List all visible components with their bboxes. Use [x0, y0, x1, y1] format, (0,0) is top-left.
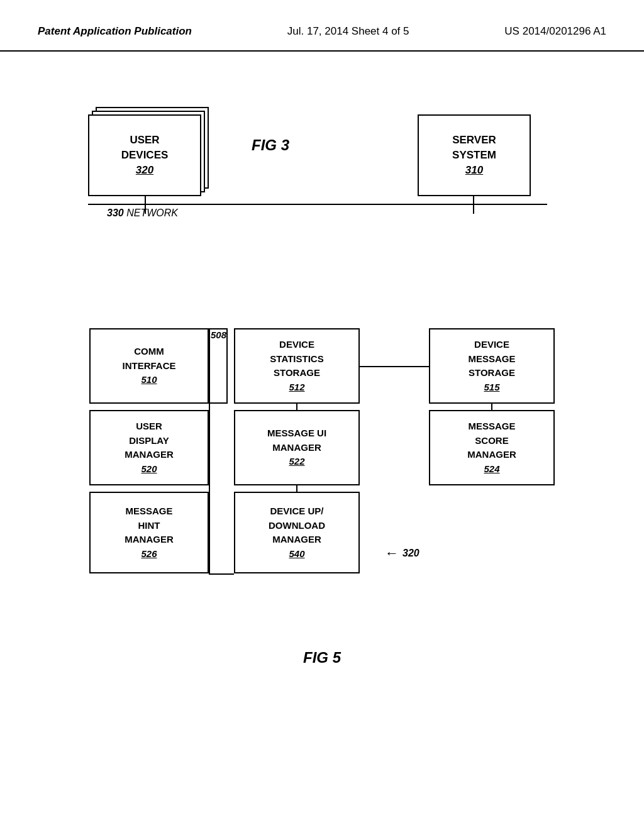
fig3-label: FIG 3	[252, 136, 289, 154]
header-center: Jul. 17, 2014 Sheet 4 of 5	[287, 25, 409, 38]
message-ui-box: MESSAGE UIMANAGER 522	[234, 410, 360, 485]
device-stats-title: DEVICESTATISTICSSTORAGE	[270, 338, 323, 380]
server-system-title: SERVERSYSTEM	[452, 133, 496, 163]
main-content: USERDEVICES 320 FIG 3 SERVERSYSTEM 310 3…	[0, 52, 644, 679]
message-score-box: MESSAGESCOREMANAGER 524	[429, 410, 555, 485]
message-hint-title: MESSAGEHINTMANAGER	[125, 504, 174, 547]
label-508: 508	[211, 329, 226, 340]
header-left: Patent Application Publication	[38, 25, 192, 38]
device-updown-box: DEVICE UP/DOWNLOADMANAGER 540	[234, 492, 360, 573]
device-stats-number: 512	[289, 380, 304, 395]
v-line-msg-score	[491, 404, 492, 410]
device-message-title: DEVICEMESSAGESTORAGE	[468, 338, 515, 380]
network-line	[88, 204, 547, 205]
h-line-stats-to-msg	[360, 366, 429, 367]
server-down-line	[473, 196, 474, 214]
device-label-group: ← 320	[385, 545, 419, 562]
fig3-diagram: USERDEVICES 320 FIG 3 SERVERSYSTEM 310 3…	[38, 102, 606, 278]
fig5-section: COMMINTERFACE 510 508 DEVICESTATISTICSST…	[38, 328, 606, 667]
message-score-title: MESSAGESCOREMANAGER	[467, 419, 516, 462]
message-hint-box: MESSAGEHINTMANAGER 526	[89, 492, 209, 573]
user-display-title: USERDISPLAYMANAGER	[125, 419, 174, 462]
server-system-box: SERVERSYSTEM 310	[418, 114, 531, 196]
page-header: Patent Application Publication Jul. 17, …	[0, 0, 644, 52]
comm-interface-box: COMMINTERFACE 510	[89, 328, 209, 404]
user-display-box: USERDISPLAYMANAGER 520	[89, 410, 209, 485]
fig5-diagram: COMMINTERFACE 510 508 DEVICESTATISTICSST…	[89, 328, 555, 630]
v-line-stats-ui	[296, 404, 297, 410]
user-devices-box: USERDEVICES 320	[88, 114, 201, 196]
device-label-320: 320	[402, 548, 419, 559]
network-label: 330 NETWORK	[107, 208, 547, 219]
network-line-group: 330 NETWORK	[88, 204, 547, 219]
device-message-storage-box: DEVICEMESSAGESTORAGE 515	[429, 328, 555, 404]
fig5-label: FIG 5	[38, 649, 606, 667]
message-score-number: 524	[484, 462, 499, 477]
device-message-number: 515	[484, 380, 499, 395]
user-display-number: 520	[141, 462, 157, 477]
message-hint-number: 526	[141, 547, 157, 562]
comm-interface-number: 510	[141, 373, 157, 387]
header-right: US 2014/0201296 A1	[504, 25, 606, 38]
device-updown-title: DEVICE UP/DOWNLOADMANAGER	[269, 504, 325, 547]
arrow-icon: ←	[385, 545, 399, 562]
user-devices-number: 320	[136, 163, 153, 178]
left-bracket-h-bottom	[209, 573, 234, 575]
left-bracket-v	[209, 328, 210, 573]
comm-interface-title: COMMINTERFACE	[122, 345, 175, 373]
v-line-ui-updown	[296, 485, 297, 492]
message-ui-number: 522	[289, 455, 304, 469]
device-updown-number: 540	[289, 547, 304, 562]
user-devices-title: USERDEVICES	[121, 133, 169, 163]
server-system-number: 310	[465, 163, 483, 178]
message-ui-title: MESSAGE UIMANAGER	[267, 426, 326, 455]
user-devices-down-line	[145, 196, 146, 214]
device-stats-box: DEVICESTATISTICSSTORAGE 512	[234, 328, 360, 404]
